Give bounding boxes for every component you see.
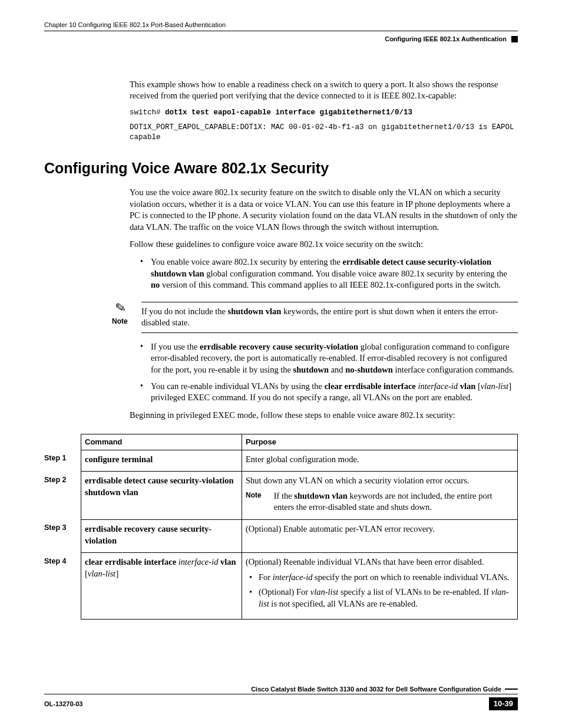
page-header: Chapter 10 Configuring IEEE 802.1x Port-…	[44, 21, 518, 31]
guideline-list: You enable voice aware 802.1x security b…	[140, 256, 518, 291]
cli-output: DOT1X_PORT_EAPOL_CAPABLE:DOT1X: MAC 00-0…	[130, 123, 518, 143]
header-section: Configuring IEEE 802.1x Authentication	[385, 35, 507, 44]
table-row: Step 2 errdisable detect cause security-…	[44, 472, 518, 520]
cli-prompt: switch#	[130, 108, 165, 117]
section-p2: Follow these guidelines to configure voi…	[130, 239, 518, 251]
page-footer: Cisco Catalyst Blade Switch 3130 and 303…	[44, 685, 518, 710]
cli-input: switch# dot1x test eapol-capable interfa…	[130, 108, 518, 118]
guideline-item-1: You enable voice aware 802.1x security b…	[140, 256, 518, 291]
col-command: Command	[81, 434, 242, 450]
table-row: Step 4 clear errdisable interface interf…	[44, 553, 518, 620]
step-label: Step 1	[44, 450, 81, 472]
cli-command: dot1x test eapol-capable interface gigab…	[165, 108, 412, 117]
command-cell: configure terminal	[81, 450, 242, 472]
note-label: Note	[112, 317, 141, 326]
command-cell: errdisable recovery cause security-viola…	[81, 519, 242, 552]
step-label: Step 3	[44, 519, 81, 552]
intro-paragraph: This example shows how to enable a readi…	[130, 79, 518, 102]
inline-note-label: Note	[246, 490, 272, 500]
header-chapter: Chapter 10 Configuring IEEE 802.1x Port-…	[44, 21, 226, 29]
section-heading: Configuring Voice Aware 802.1x Security	[44, 159, 518, 179]
note-body: If you do not include the shutdown vlan …	[141, 302, 518, 333]
note-icon: ✎	[114, 301, 127, 315]
list-item: For interface-id specify the port on whi…	[249, 572, 514, 584]
inline-note-body: If the shutdown vlan keywords are not in…	[274, 490, 511, 513]
command-cell: clear errdisable interface interface-id …	[81, 553, 242, 620]
table-row: Step 1 configure terminal Enter global c…	[44, 450, 518, 472]
col-step	[44, 434, 81, 450]
purpose-cell: Shut down any VLAN on which a security v…	[242, 472, 518, 520]
command-cell: errdisable detect cause security-violati…	[81, 472, 242, 520]
guideline-item-3: You can re-enable individual VLANs by us…	[140, 381, 518, 404]
col-purpose: Purpose	[242, 434, 518, 450]
command-table: Command Purpose Step 1 configure termina…	[44, 434, 518, 620]
list-item: (Optional) For vlan-list specify a list …	[249, 587, 514, 610]
table-header-row: Command Purpose	[44, 434, 518, 450]
footer-title: Cisco Catalyst Blade Switch 3130 and 303…	[251, 685, 501, 694]
table-row: Step 3 errdisable recovery cause securit…	[44, 519, 518, 552]
purpose-cell: Enter global configuration mode.	[242, 450, 518, 472]
step-label: Step 2	[44, 472, 81, 520]
header-marker-icon	[511, 36, 518, 42]
purpose-sublist: For interface-id specify the port on whi…	[249, 572, 514, 610]
purpose-cell: (Optional) Enable automatic per-VLAN err…	[242, 519, 518, 552]
guideline-item-2: If you use the errdisable recovery cause…	[140, 341, 518, 376]
section-p3: Beginning in privileged EXEC mode, follo…	[130, 410, 518, 421]
step-label: Step 4	[44, 553, 81, 620]
note-block: ✎ Note If you do not include the shutdow…	[112, 302, 518, 333]
guideline-list-2: If you use the errdisable recovery cause…	[140, 341, 518, 404]
footer-rule-icon	[505, 689, 518, 690]
section-p1: You use the voice aware 802.1x security …	[130, 187, 518, 233]
footer-docnum: OL-13270-03	[44, 700, 82, 709]
header-section-row: Configuring IEEE 802.1x Authentication	[44, 35, 518, 44]
page-number: 10-39	[489, 697, 518, 710]
purpose-cell: (Optional) Reenable individual VLANs tha…	[242, 553, 518, 620]
